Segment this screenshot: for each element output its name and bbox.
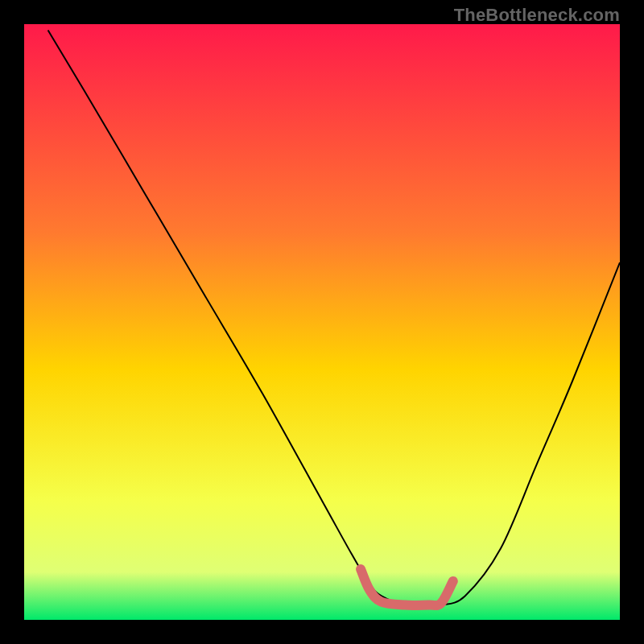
- bottleneck-chart: [24, 24, 620, 620]
- gradient-background: [24, 24, 620, 620]
- chart-svg: [24, 24, 620, 620]
- watermark-text: TheBottleneck.com: [454, 5, 620, 26]
